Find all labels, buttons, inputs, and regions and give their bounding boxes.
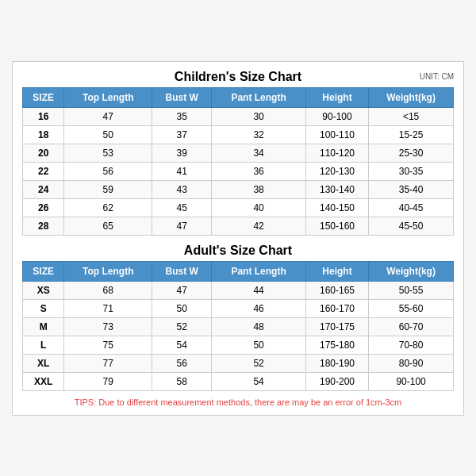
table-cell: 39	[152, 144, 212, 162]
table-cell: 41	[152, 162, 212, 180]
table-cell: 24	[23, 180, 64, 198]
adult-table: SIZE Top Length Bust W Pant Length Heigh…	[22, 261, 454, 391]
table-cell: 50-55	[369, 281, 454, 299]
table-cell: 48	[212, 317, 306, 336]
table-cell: 60-70	[369, 317, 454, 336]
table-row: 22564136120-13030-35	[23, 162, 454, 180]
unit-label: UNIT: CM	[420, 72, 454, 81]
table-cell: 47	[152, 281, 212, 299]
table-cell: 180-190	[305, 354, 368, 372]
table-cell: 50	[64, 125, 152, 144]
table-cell: 38	[212, 180, 306, 198]
children-title: Children's Size Chart	[175, 70, 301, 84]
table-cell: 18	[23, 125, 64, 144]
table-cell: 110-120	[305, 144, 368, 162]
table-cell: XXL	[23, 372, 64, 390]
table-cell: 16	[23, 107, 64, 125]
table-cell: 90-100	[369, 372, 454, 390]
adult-title: Adult's Size Chart	[184, 244, 292, 258]
table-cell: 43	[152, 180, 212, 198]
table-cell: 79	[64, 372, 152, 390]
table-cell: 52	[212, 354, 306, 372]
table-cell: 28	[23, 217, 64, 235]
table-cell: 32	[212, 125, 306, 144]
table-cell: 20	[23, 144, 64, 162]
table-cell: 36	[212, 162, 306, 180]
table-cell: 42	[212, 217, 306, 235]
table-cell: 77	[64, 354, 152, 372]
table-cell: 54	[212, 372, 306, 390]
col-top-length: Top Length	[64, 87, 152, 107]
table-cell: 26	[23, 198, 64, 217]
table-row: 18503732100-11015-25	[23, 125, 454, 144]
table-cell: 65	[64, 217, 152, 235]
table-cell: 25-30	[369, 144, 454, 162]
table-cell: 56	[152, 354, 212, 372]
table-row: 26624540140-15040-45	[23, 198, 454, 217]
adult-col-height: Height	[305, 261, 368, 281]
children-table: SIZE Top Length Bust W Pant Length Heigh…	[22, 87, 454, 236]
table-cell: 53	[64, 144, 152, 162]
adult-header-row: SIZE Top Length Bust W Pant Length Heigh…	[23, 261, 454, 281]
table-cell: 70-80	[369, 336, 454, 354]
table-cell: 35-40	[369, 180, 454, 198]
table-cell: <15	[369, 107, 454, 125]
adult-col-pant-length: Pant Length	[212, 261, 306, 281]
table-row: XXL795854190-20090-100	[23, 372, 454, 390]
table-cell: 56	[64, 162, 152, 180]
section-gap	[22, 236, 454, 244]
table-cell: 71	[64, 299, 152, 317]
table-cell: S	[23, 299, 64, 317]
table-cell: XL	[23, 354, 64, 372]
col-size: SIZE	[23, 87, 64, 107]
table-cell: 160-165	[305, 281, 368, 299]
table-cell: L	[23, 336, 64, 354]
table-cell: 52	[152, 317, 212, 336]
col-weight: Weight(kg)	[369, 87, 454, 107]
table-cell: M	[23, 317, 64, 336]
table-cell: 30	[212, 107, 306, 125]
table-cell: 160-170	[305, 299, 368, 317]
table-row: 20533934110-12025-30	[23, 144, 454, 162]
chart-container: Children's Size Chart UNIT: CM SIZE Top …	[12, 61, 464, 416]
table-cell: 50	[152, 299, 212, 317]
table-cell: 120-130	[305, 162, 368, 180]
children-tbody: 1647353090-100<1518503732100-11015-25205…	[23, 107, 454, 235]
table-cell: 45	[152, 198, 212, 217]
adult-tbody: XS684744160-16550-55S715046160-17055-60M…	[23, 281, 454, 390]
table-cell: 34	[212, 144, 306, 162]
table-cell: 37	[152, 125, 212, 144]
table-cell: 68	[64, 281, 152, 299]
table-cell: 130-140	[305, 180, 368, 198]
table-row: XL775652180-19080-90	[23, 354, 454, 372]
col-pant-length: Pant Length	[212, 87, 306, 107]
table-cell: 73	[64, 317, 152, 336]
table-row: M735248170-17560-70	[23, 317, 454, 336]
adult-col-top-length: Top Length	[64, 261, 152, 281]
adult-title-row: Adult's Size Chart	[22, 244, 454, 258]
table-cell: 170-175	[305, 317, 368, 336]
adult-col-weight: Weight(kg)	[369, 261, 454, 281]
table-cell: 80-90	[369, 354, 454, 372]
table-cell: 190-200	[305, 372, 368, 390]
table-cell: 58	[152, 372, 212, 390]
col-height: Height	[305, 87, 368, 107]
table-cell: 44	[212, 281, 306, 299]
table-cell: 54	[152, 336, 212, 354]
table-cell: 75	[64, 336, 152, 354]
table-cell: 15-25	[369, 125, 454, 144]
table-cell: 46	[212, 299, 306, 317]
table-row: XS684744160-16550-55	[23, 281, 454, 299]
table-row: 28654742150-16045-50	[23, 217, 454, 235]
table-row: L755450175-18070-80	[23, 336, 454, 354]
table-row: 1647353090-100<15	[23, 107, 454, 125]
table-cell: 50	[212, 336, 306, 354]
table-cell: 150-160	[305, 217, 368, 235]
table-row: S715046160-17055-60	[23, 299, 454, 317]
table-cell: 47	[64, 107, 152, 125]
table-cell: 30-35	[369, 162, 454, 180]
tips-text: TIPS: Due to different measurement metho…	[22, 397, 454, 407]
table-cell: 62	[64, 198, 152, 217]
table-cell: 40-45	[369, 198, 454, 217]
col-bust-w: Bust W	[152, 87, 212, 107]
